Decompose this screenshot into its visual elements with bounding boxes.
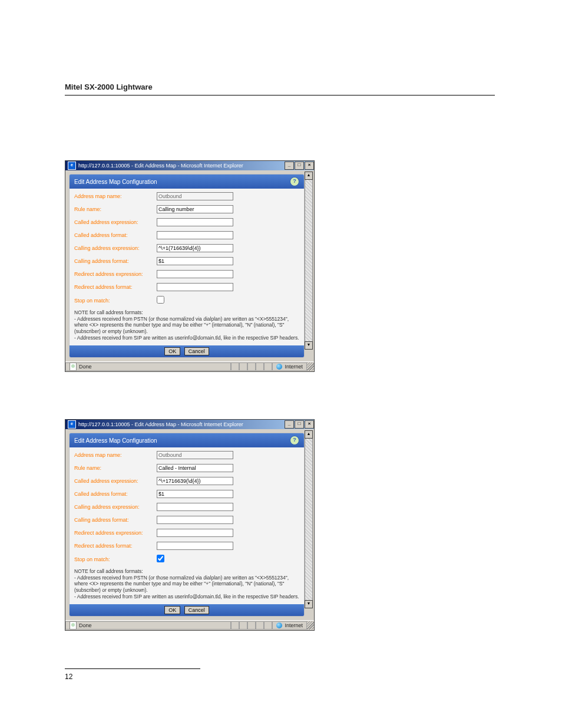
status-segment [239,621,247,630]
browser-window: e http://127.0.0.1:10005 - Edit Address … [65,419,315,631]
checkbox-stop-on-match[interactable] [157,296,164,304]
label-called-addr-fmt: Called address format: [74,491,157,497]
label-redirect-addr-fmt: Redirect address format: [74,284,157,290]
label-called-addr-expr: Called address expression: [74,219,157,225]
status-zone-text: Internet [285,621,303,630]
help-icon[interactable]: ? [290,177,299,186]
status-segment [247,363,256,371]
page-footer: 12 [65,668,200,681]
scroll-up-button[interactable]: ▲ [305,430,313,439]
help-icon[interactable]: ? [290,436,299,445]
status-bar: Done Internet [65,620,314,630]
status-segment [239,363,247,371]
maximize-button[interactable]: □ [295,420,304,429]
document-icon [70,621,77,630]
input-redirect-addr-fmt[interactable] [157,542,233,550]
panel-header: Edit Address Map Configuration ? [70,174,304,189]
close-button[interactable]: × [305,162,314,170]
window-title: http://127.0.0.1:10005 - Edit Address Ma… [78,421,284,427]
label-redirect-addr-expr: Redirect address expression: [74,271,157,277]
status-done: Done [65,363,231,371]
label-address-map-name: Address map name: [74,193,157,199]
input-called-addr-expr[interactable] [157,218,233,226]
input-address-map-name[interactable] [157,192,233,200]
panel-title: Edit Address Map Configuration [74,437,290,444]
checkbox-stop-on-match[interactable] [157,555,164,562]
input-calling-addr-expr[interactable] [157,244,233,252]
resize-grip[interactable] [307,363,314,371]
status-zone: Internet [272,621,307,630]
config-panel: Edit Address Map Configuration ? Address… [69,174,305,358]
label-rule-name: Rule name: [74,465,157,471]
scroll-down-button[interactable]: ▼ [305,600,313,608]
row-called-addr-fmt: Called address format: [74,490,299,498]
title-bar: e http://127.0.0.1:10005 - Edit Address … [65,420,314,429]
row-rule-name: Rule name: [74,205,299,213]
content-area: ▲ ▼ Edit Address Map Configuration ? Add… [65,429,314,620]
page-header: Mitel SX-2000 Lightware [65,83,495,91]
input-rule-name[interactable] [157,205,233,213]
panel-footer: OK Cancel [70,345,304,357]
row-calling-addr-expr: Calling address expression: [74,244,299,252]
close-button[interactable]: × [305,420,314,429]
status-segments [231,363,272,371]
row-calling-addr-fmt: Calling address format: [74,257,299,265]
label-stop-on-match: Stop on match: [74,556,157,562]
input-address-map-name[interactable] [157,451,233,459]
vertical-scrollbar[interactable]: ▲ ▼ [305,430,313,608]
status-segment [231,363,239,371]
row-address-map-name: Address map name: [74,192,299,200]
row-address-map-name: Address map name: [74,451,299,459]
status-segment [256,621,264,630]
screenshot-2: e http://127.0.0.1:10005 - Edit Address … [65,419,495,631]
row-redirect-addr-fmt: Redirect address format: [74,542,299,550]
panel-body: Address map name: Rule name: Called addr… [70,447,304,604]
input-called-addr-fmt[interactable] [157,231,233,239]
label-calling-addr-expr: Calling address expression: [74,504,157,510]
maximize-button[interactable]: □ [295,162,304,170]
row-rule-name: Rule name: [74,464,299,472]
page-number: 12 [65,673,200,681]
row-stop-on-match: Stop on match: [74,296,299,305]
label-rule-name: Rule name: [74,206,157,212]
ok-button[interactable]: OK [164,347,180,355]
row-calling-addr-expr: Calling address expression: [74,503,299,511]
label-calling-addr-fmt: Calling address format: [74,258,157,264]
status-zone: Internet [272,363,307,371]
status-segment [256,363,264,371]
status-done: Done [65,621,231,630]
cancel-button[interactable]: Cancel [184,606,209,614]
row-stop-on-match: Stop on match: [74,555,299,564]
input-redirect-addr-expr[interactable] [157,270,233,278]
scroll-down-button[interactable]: ▼ [305,341,313,350]
input-redirect-addr-fmt[interactable] [157,283,233,291]
vertical-scrollbar[interactable]: ▲ ▼ [305,172,313,350]
cancel-button[interactable]: Cancel [184,347,209,355]
resize-grip[interactable] [307,621,314,630]
globe-icon [276,364,282,370]
minimize-button[interactable]: _ [285,162,294,170]
input-calling-addr-expr[interactable] [157,503,233,511]
status-zone-text: Internet [285,363,303,371]
ie-icon: e [68,420,76,429]
note-text: NOTE for call address formats: - Address… [74,568,299,599]
status-segment [247,621,256,630]
input-called-addr-expr[interactable] [157,477,233,485]
panel-title: Edit Address Map Configuration [74,179,290,185]
status-segment [264,363,272,371]
scroll-up-button[interactable]: ▲ [305,172,313,180]
input-calling-addr-fmt[interactable] [157,516,233,524]
input-rule-name[interactable] [157,464,233,472]
input-calling-addr-fmt[interactable] [157,257,233,265]
status-done-text: Done [79,363,92,371]
minimize-button[interactable]: _ [285,420,294,429]
label-address-map-name: Address map name: [74,452,157,458]
row-called-addr-fmt: Called address format: [74,231,299,239]
ok-button[interactable]: OK [164,606,180,614]
document-icon [70,363,77,371]
row-called-addr-expr: Called address expression: [74,218,299,226]
ie-icon: e [68,162,76,170]
input-called-addr-fmt[interactable] [157,490,233,498]
input-redirect-addr-expr[interactable] [157,529,233,537]
screenshot-1: e http://127.0.0.1:10005 - Edit Address … [65,160,495,372]
